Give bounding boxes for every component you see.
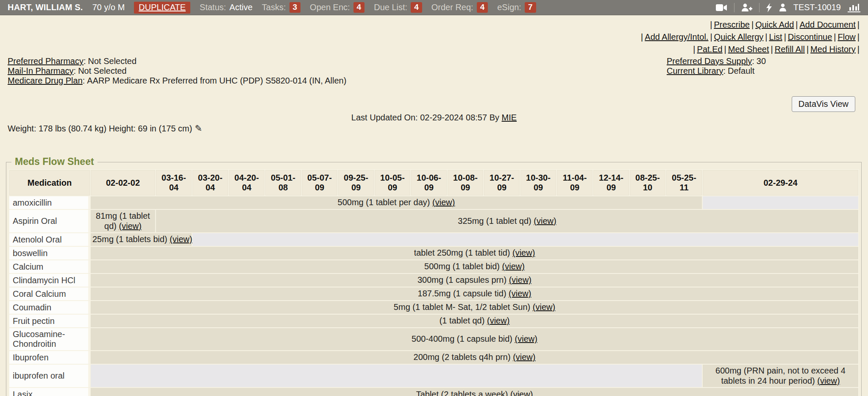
action-link[interactable]: Refill All — [775, 45, 805, 54]
person-icon[interactable] — [779, 3, 787, 11]
meds-flow-sheet-fieldset: Meds Flow Sheet Medication02-02-0203-16-… — [6, 162, 862, 396]
table-row: Aspirin Oral81mg (1 tablet qd) (view)325… — [9, 210, 858, 232]
bar-chart-icon[interactable] — [848, 3, 860, 12]
view-link[interactable]: (view) — [512, 248, 535, 257]
view-link[interactable]: (view) — [509, 289, 531, 298]
table-row: LasixTablet (2 tablets a week) (view) — [9, 388, 858, 396]
patient-name: HART, WILLIAM S. — [8, 3, 83, 12]
column-header: 10-06-09 — [411, 170, 447, 195]
column-header: 10-08-09 — [448, 170, 483, 195]
medication-name: Calcium — [9, 260, 90, 273]
action-link[interactable]: List — [769, 32, 782, 42]
column-header: 02-29-24 — [703, 170, 858, 195]
table-header-row: Medication02-02-0203-16-0403-20-0404-20-… — [9, 170, 858, 195]
column-header: 11-04-09 — [557, 170, 593, 195]
view-link[interactable]: (view) — [534, 216, 556, 226]
medication-name: ibuprofen oral — [9, 365, 90, 387]
med-dose-cell: 187.5mg (1 capsule tid) (view) — [91, 287, 858, 300]
column-header: 10-30-09 — [520, 170, 556, 195]
tasks-label: Tasks: — [262, 3, 286, 12]
preferred-days-supply-link[interactable]: Preferred Days Supply — [667, 56, 752, 66]
action-link[interactable]: Pat.Ed — [697, 45, 723, 54]
action-link[interactable]: Discontinue — [788, 32, 832, 42]
meds-flow-sheet-table: Medication02-02-0203-16-0403-20-0404-20-… — [8, 169, 859, 396]
preferred-pharmacy-link[interactable]: Preferred Pharmacy — [8, 56, 83, 66]
supply-info-block: Preferred Days Supply:30 Current Library… — [667, 56, 766, 76]
table-row: boswellintablet 250mg (1 tablet tid) (vi… — [9, 247, 858, 259]
view-link[interactable]: (view) — [509, 275, 531, 284]
medication-name: Glucosamine-Chondroitin — [9, 328, 90, 350]
med-dose-cell: 500mg (1 tablet per day) (view) — [91, 196, 702, 209]
med-dose-cell: 500mg (1 tablet bid) (view) — [91, 260, 858, 273]
vitals-line: Weight: 178 lbs (80.74 kg) Height: 69 in… — [8, 123, 202, 134]
edit-pencil-icon[interactable]: ✎ — [195, 123, 202, 134]
medicare-drug-plan-line: Medicare Drug Plan:AARP Medicare Rx Pref… — [8, 76, 346, 85]
due-list-count-badge[interactable]: 4 — [411, 2, 422, 13]
view-link[interactable]: (view) — [533, 302, 555, 312]
table-row: Clindamycin HCl300mg (1 capsules prn) (v… — [9, 274, 858, 287]
view-link[interactable]: (view) — [817, 376, 840, 385]
datavis-view-button[interactable]: DataVis View — [792, 96, 855, 112]
esign-count-badge[interactable]: 7 — [525, 2, 536, 13]
column-header: 04-20-04 — [229, 170, 264, 195]
med-action-links-row-2: |Add Allergy/Intol.|Quick Allergy|List|D… — [353, 31, 861, 43]
column-header: 03-20-04 — [192, 170, 228, 195]
view-link[interactable]: (view) — [515, 334, 537, 343]
colon: : — [83, 56, 86, 66]
action-link[interactable]: Add Document — [800, 20, 856, 29]
table-row: Coral Calcium187.5mg (1 capsule tid) (vi… — [9, 287, 858, 300]
med-dose-cell: 500-400mg (1 capsule bid) (view) — [91, 328, 858, 350]
video-camera-icon[interactable] — [716, 4, 727, 11]
med-dose-cell: 81mg (1 tablet qd) (view) — [91, 210, 155, 232]
action-link[interactable]: Quick Add — [755, 20, 794, 29]
medication-name: Atenolol Oral — [9, 233, 90, 246]
medication-name: Lasix — [9, 388, 90, 396]
open-enc-pair: Open Enc: 4 — [310, 2, 364, 13]
action-link[interactable]: Prescribe — [714, 20, 749, 29]
patient-age-sex: 70 y/o M — [92, 3, 125, 12]
view-link[interactable]: (view) — [502, 262, 525, 271]
view-link[interactable]: (view) — [487, 316, 509, 325]
preferred-days-supply-line: Preferred Days Supply:30 — [667, 56, 766, 66]
view-link[interactable]: (view) — [432, 198, 455, 207]
table-row: Fruit pectin(1 tablet qd) (view) — [9, 315, 858, 327]
toolbar-divider — [734, 3, 734, 12]
action-link[interactable]: Med History — [810, 45, 856, 54]
duplicate-badge[interactable]: DUPLICATE — [134, 2, 190, 14]
view-link[interactable]: (view) — [170, 234, 192, 244]
action-link[interactable]: Flow — [838, 32, 856, 42]
order-req-count-badge[interactable]: 4 — [477, 2, 488, 13]
medication-name: boswellin — [9, 247, 90, 259]
add-person-icon[interactable] — [741, 3, 752, 12]
medicare-drug-plan-link[interactable]: Medicare Drug Plan — [8, 76, 83, 85]
med-dose-cell: 25mg (1 tablets bid) (view) — [91, 233, 192, 246]
action-link[interactable]: Add Allergy/Intol. — [645, 32, 708, 42]
medication-name: amoxicillin — [9, 196, 90, 209]
column-header: Medication — [9, 170, 90, 195]
med-action-links: |Prescribe|Quick Add|Add Document| |Add … — [353, 19, 861, 56]
last-updated-by-link[interactable]: MIE — [502, 113, 517, 122]
status-value: Active — [229, 3, 252, 12]
med-dose-cell: Tablet (2 tablets a week) (view) — [91, 388, 858, 396]
esign-pair: eSign: 7 — [497, 2, 536, 13]
mail-in-pharmacy-value: Not Selected — [78, 66, 127, 75]
table-row: ibuprofen oral600mg (PRN pain, not to ex… — [9, 365, 858, 387]
action-link[interactable]: Quick Allergy — [714, 32, 764, 42]
due-list-pair: Due List: 4 — [374, 2, 422, 13]
mail-in-pharmacy-link[interactable]: Mail-In Pharmacy — [8, 66, 74, 75]
tasks-count-badge[interactable]: 3 — [289, 2, 301, 13]
view-link[interactable]: (view) — [510, 390, 533, 396]
med-action-links-row-1: |Prescribe|Quick Add|Add Document| — [353, 19, 861, 31]
empty-cell — [192, 233, 858, 246]
open-enc-count-badge[interactable]: 4 — [353, 2, 365, 13]
action-link[interactable]: Med Sheet — [728, 45, 769, 54]
view-link[interactable]: (view) — [119, 221, 142, 231]
view-link[interactable]: (view) — [513, 352, 535, 362]
medication-name: Coumadin — [9, 301, 90, 314]
lightning-icon[interactable] — [766, 3, 772, 12]
column-header: 08-25-10 — [630, 170, 665, 195]
user-id: TEST-10019 — [793, 3, 841, 12]
column-header: 05-01-08 — [265, 170, 301, 195]
column-header: 05-25-11 — [666, 170, 702, 195]
current-library-link[interactable]: Current Library — [667, 66, 723, 75]
